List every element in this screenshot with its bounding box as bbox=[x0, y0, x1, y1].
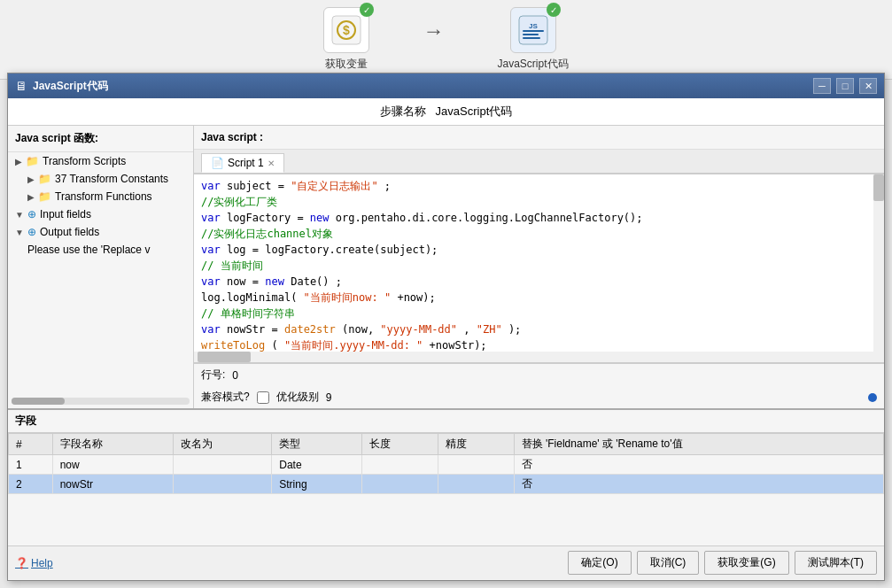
tab-script1-close[interactable]: ✕ bbox=[268, 159, 275, 168]
compat-checkbox[interactable] bbox=[257, 391, 269, 404]
step-name-bar: 步骤名称 JavaScript代码 bbox=[8, 98, 884, 126]
code-text-11b: +nowStr); bbox=[430, 339, 487, 352]
right-panel-header: Java script : bbox=[194, 126, 884, 150]
dialog-title: JavaScript代码 bbox=[33, 79, 808, 94]
row-label: 行号: bbox=[201, 368, 225, 383]
sidebar-item-input-fields[interactable]: ▼ ⊕ Input fields bbox=[8, 205, 193, 223]
svg-rect-6 bbox=[523, 34, 539, 35]
cell-rename-1 bbox=[174, 455, 272, 475]
svg-rect-7 bbox=[523, 37, 540, 39]
tree-arrow-scripts: ▶ bbox=[15, 157, 22, 166]
optimize-label: 优化级别 bbox=[276, 390, 319, 405]
code-line-4: //实例化日志channel对象 bbox=[201, 226, 877, 242]
code-class-3: org.pentaho.di.core.logging.LogChannelFa… bbox=[336, 212, 643, 224]
node-2-label: JavaScript代码 bbox=[497, 57, 568, 72]
left-panel-scrollbar[interactable] bbox=[12, 398, 190, 405]
code-text-10c: , bbox=[463, 323, 476, 336]
code-editor[interactable]: var subject = "自定义日志输出" ; //实例化工厂类 var l… bbox=[194, 174, 884, 363]
code-content[interactable]: var subject = "自定义日志输出" ; //实例化工厂类 var l… bbox=[194, 174, 884, 362]
cell-length-1 bbox=[361, 455, 438, 475]
cell-precision-2 bbox=[438, 475, 514, 494]
step-name-value: JavaScript代码 bbox=[436, 104, 513, 118]
folder-icon-constants: 📁 bbox=[38, 173, 51, 185]
fields-table: # 字段名称 改名为 类型 长度 精度 替换 'Fieldname' 或 'Re… bbox=[8, 433, 884, 545]
code-date-7: Date() ; bbox=[291, 275, 342, 288]
pipeline-area: $ ✓ 获取变量 → JS ✓ JavaScript代码 bbox=[0, 0, 892, 80]
maximize-button[interactable]: □ bbox=[836, 78, 854, 94]
code-line-1: var subject = "自定义日志输出" ; bbox=[201, 178, 877, 194]
code-text-1: subject = bbox=[227, 180, 291, 192]
code-func-11: writeToLog bbox=[201, 339, 265, 352]
code-var-10: var bbox=[201, 323, 221, 336]
sidebar-item-transform-scripts[interactable]: ▶ 📁 Transform Scripts bbox=[8, 152, 193, 170]
tree-label-constants: 37 Transform Constants bbox=[55, 173, 168, 185]
node-1-label: 获取变量 bbox=[325, 57, 368, 72]
tree-arrow-functions: ▶ bbox=[27, 192, 35, 202]
content-area: Java script 函数: ▶ 📁 Transform Scripts ▶ … bbox=[8, 126, 884, 408]
left-panel: Java script 函数: ▶ 📁 Transform Scripts ▶ … bbox=[8, 126, 194, 408]
cancel-button[interactable]: 取消(C) bbox=[637, 551, 700, 575]
optimize-value: 9 bbox=[326, 391, 332, 404]
code-text-10: nowStr = bbox=[227, 323, 284, 336]
dialog-window: 🖥 JavaScript代码 ─ □ ✕ 步骤名称 JavaScript代码 J… bbox=[7, 73, 885, 581]
help-label: Help bbox=[31, 557, 53, 569]
code-comment-6: // 当前时间 bbox=[201, 259, 263, 272]
code-comment-2: //实例化工厂类 bbox=[201, 196, 277, 208]
node-icon-1: $ ✓ bbox=[323, 7, 369, 53]
tree-arrow-constants: ▶ bbox=[27, 174, 35, 184]
table-row[interactable]: 1 now Date 否 bbox=[9, 455, 884, 475]
confirm-button[interactable]: 确定(O) bbox=[568, 551, 631, 575]
code-text-10d: ); bbox=[508, 323, 521, 336]
code-text-11: ( bbox=[271, 339, 277, 352]
cell-replace-1: 否 bbox=[514, 455, 883, 475]
test-script-button[interactable]: 测试脚本(T) bbox=[795, 551, 877, 575]
tree-label-functions: Transform Functions bbox=[55, 190, 152, 203]
col-header-rename: 改名为 bbox=[174, 434, 272, 455]
right-panel: Java script : 📄 Script 1 ✕ var subject =… bbox=[194, 126, 884, 408]
code-var-7: var bbox=[201, 275, 221, 288]
cell-type-1: Date bbox=[272, 455, 361, 475]
col-header-length: 长度 bbox=[361, 434, 438, 455]
fields-data-table: # 字段名称 改名为 类型 长度 精度 替换 'Fieldname' 或 'Re… bbox=[8, 433, 884, 494]
pipeline-node-2: JS ✓ JavaScript代码 bbox=[497, 7, 568, 72]
code-line-3: var logFactory = new org.pentaho.di.core… bbox=[201, 210, 877, 226]
blue-dot-icon bbox=[868, 393, 877, 402]
code-new-7: new bbox=[265, 275, 284, 288]
tree-label-replace: Please use the 'Replace v bbox=[27, 244, 150, 256]
code-scrollbar-horizontal[interactable] bbox=[194, 352, 873, 362]
pipeline-arrow: → bbox=[423, 19, 444, 43]
code-var-3: var bbox=[201, 212, 221, 224]
code-text-7: now = bbox=[227, 275, 265, 288]
code-scrollbar-vertical[interactable] bbox=[873, 174, 884, 362]
table-row[interactable]: 2 nowStr String 否 bbox=[9, 475, 884, 494]
folder-icon-scripts: 📁 bbox=[26, 155, 39, 167]
tree-label-scripts: Transform Scripts bbox=[43, 155, 126, 167]
code-line-5: var log = logFactory.create(subject); bbox=[201, 242, 877, 258]
sidebar-item-transform-constants[interactable]: ▶ 📁 37 Transform Constants bbox=[20, 170, 193, 188]
col-header-replace: 替换 'Fieldname' 或 'Rename to'值 bbox=[514, 434, 883, 455]
fields-section: 字段 # 字段名称 改名为 类型 长度 精度 替换 'Fieldname' 或 … bbox=[8, 408, 884, 545]
folder-icon-functions: 📁 bbox=[38, 190, 51, 203]
row-value: 0 bbox=[232, 369, 238, 382]
code-line-6: // 当前时间 bbox=[201, 258, 877, 274]
dialog-icon: 🖥 bbox=[15, 79, 27, 93]
code-line-2: //实例化工厂类 bbox=[201, 194, 877, 210]
cell-precision-1 bbox=[438, 455, 514, 475]
close-button[interactable]: ✕ bbox=[859, 78, 877, 94]
sidebar-item-output-fields[interactable]: ▼ ⊕ Output fields bbox=[8, 223, 193, 241]
code-text-10b: (now, bbox=[342, 323, 374, 336]
code-string-11: "当前时间.yyyy-MM-dd: " bbox=[284, 339, 423, 352]
tab-script1[interactable]: 📄 Script 1 ✕ bbox=[201, 153, 284, 173]
variable-node-svg: $ bbox=[330, 14, 362, 46]
minimize-button[interactable]: ─ bbox=[813, 78, 831, 94]
node-icon-2: JS ✓ bbox=[510, 7, 556, 53]
plugin-icon-output: ⊕ bbox=[27, 226, 36, 238]
col-header-num: # bbox=[9, 434, 53, 455]
code-text-8: log.logMinimal( bbox=[201, 291, 297, 304]
left-panel-scrollbar-thumb bbox=[12, 398, 65, 405]
get-vars-button[interactable]: 获取变量(G) bbox=[704, 551, 788, 575]
compat-checkbox-area[interactable] bbox=[257, 391, 269, 404]
help-link[interactable]: ❓ Help bbox=[15, 557, 53, 569]
sidebar-item-transform-functions[interactable]: ▶ 📁 Transform Functions bbox=[20, 188, 193, 205]
code-string-1: "自定义日志输出" bbox=[291, 180, 377, 192]
